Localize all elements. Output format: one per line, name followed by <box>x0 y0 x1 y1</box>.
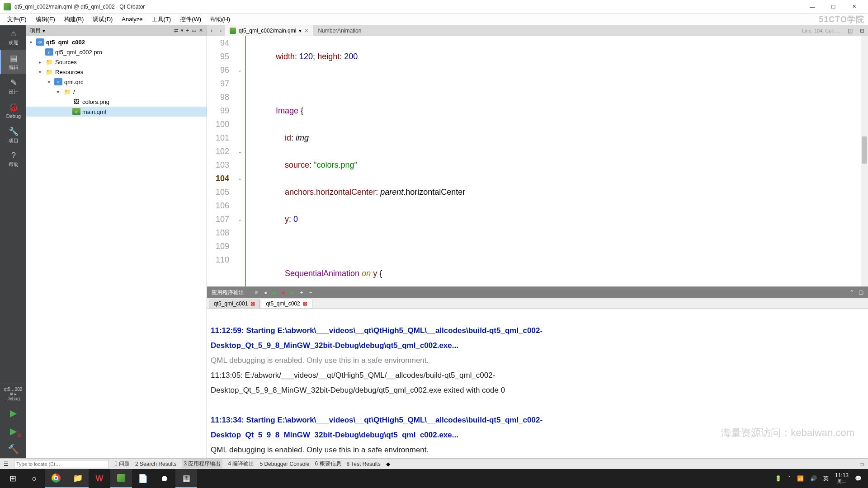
close-button[interactable]: ✕ <box>844 0 864 14</box>
collapse-icon[interactable]: ⌃ <box>849 289 854 296</box>
wps-button[interactable]: W <box>89 469 110 488</box>
rerun-icon[interactable]: ▶ <box>271 289 278 296</box>
maximize-button[interactable]: ▢ <box>823 0 844 14</box>
tree-qrc[interactable]: ▾qqml.qrc <box>26 77 207 87</box>
add-icon[interactable]: + <box>298 289 305 296</box>
tray-notifications-icon[interactable]: 💬 <box>855 475 862 482</box>
titlebar: qt5_qml_c002/main.qml @ qt5_qml_c002 - Q… <box>0 0 868 14</box>
mode-debug[interactable]: 🐞Debug <box>0 99 26 123</box>
attach-icon[interactable]: ▶ <box>289 289 296 296</box>
mode-design[interactable]: ✎设计 <box>0 74 26 99</box>
filter-icon[interactable]: ▾ <box>181 28 184 33</box>
panel-debugger[interactable]: 5 Debugger Console <box>259 461 309 467</box>
output-tabs: qt5_qml_c001⊠ qt5_qml_c002⊠ <box>207 298 868 309</box>
mode-welcome[interactable]: ⌂欢迎 <box>0 25 26 50</box>
tree-colors-png[interactable]: colors.png <box>26 97 207 107</box>
code-content[interactable]: width: 120; height: 200 Image { id: img … <box>246 36 868 286</box>
split-icon[interactable]: ▭ <box>192 28 196 33</box>
menu-analyze[interactable]: Analyze <box>117 14 147 24</box>
kit-selector[interactable]: qt5…002 🖥 ▸ Debug <box>0 384 26 404</box>
menu-widgets[interactable]: 控件(W) <box>175 14 206 25</box>
remove-icon[interactable]: − <box>307 289 314 296</box>
project-tree[interactable]: ▾Qtqt5_qml_c002 pqt5_qml_c002.pro ▸Sourc… <box>26 36 207 458</box>
panel-issues[interactable]: 1 问题 <box>114 460 130 468</box>
split-v-icon[interactable]: ⊟ <box>856 28 868 34</box>
panel-compile[interactable]: 4 编译输出 <box>228 460 254 468</box>
close-output-icon[interactable]: ▢ <box>859 289 863 296</box>
tree-pro-file[interactable]: pqt5_qml_c002.pro <box>26 47 207 57</box>
qtcreator-button[interactable] <box>110 469 132 488</box>
split-h-icon[interactable]: ◫ <box>844 28 856 34</box>
tree-resources[interactable]: ▾Resources <box>26 67 207 77</box>
code-editor[interactable]: 94 95 96 97 98 99 100 101 102 103 104 10… <box>207 36 868 286</box>
symbol-crumb[interactable]: NumberAnimation <box>313 28 366 34</box>
edit-icon: ▤ <box>10 53 18 63</box>
tree-project-root[interactable]: ▾Qtqt5_qml_c002 <box>26 37 207 47</box>
tab-close-icon[interactable]: ✕ <box>304 28 309 34</box>
notepad-button[interactable]: 📄 <box>132 469 154 488</box>
start-button[interactable]: ⊞ <box>2 469 24 488</box>
output-tab-2[interactable]: qt5_qml_c002⊠ <box>261 299 312 308</box>
menu-edit[interactable]: 编辑(E) <box>31 14 60 25</box>
open-file-tab[interactable]: qt5_qml_c002/main.qml ▾ ✕ <box>225 25 313 36</box>
panel-tests[interactable]: 8 Test Results <box>347 461 381 467</box>
tray-battery-icon[interactable]: 🔋 <box>775 475 782 482</box>
run-debug-button[interactable]: ▶🐞 <box>0 422 26 440</box>
output-header: 应用程序输出 ⎚ ◂ ▶ ■ ▶ + − ⌃ ▢ <box>207 287 868 298</box>
project-header: 项目 ▾ ⇄ ▾ + ▭ ✕ <box>26 25 207 36</box>
panel-app-output[interactable]: 3 应用程序输出 <box>182 459 222 469</box>
filter-icon[interactable]: ⎚ <box>253 289 259 296</box>
stop-icon[interactable]: ■ <box>280 289 287 296</box>
run-button[interactable]: ▶ <box>0 404 26 422</box>
wrench-icon: 🔧 <box>9 127 19 136</box>
locator-icon[interactable]: ☰ <box>4 461 9 467</box>
menu-build[interactable]: 构建(B) <box>60 14 88 25</box>
editor-scrollbar[interactable] <box>861 36 868 286</box>
mode-edit[interactable]: ▤编辑 <box>0 50 26 74</box>
mode-projects[interactable]: 🔧项目 <box>0 123 26 147</box>
tab-close-icon[interactable]: ⊠ <box>303 300 307 307</box>
nav-fwd-icon[interactable]: › <box>216 28 225 34</box>
dropdown-icon[interactable]: ▾ <box>299 28 302 34</box>
tree-sources[interactable]: ▸Sources <box>26 57 207 67</box>
cortana-button[interactable]: ○ <box>24 469 45 488</box>
nav-back-icon[interactable]: ‹ <box>207 28 216 34</box>
minimize-button[interactable]: — <box>802 0 823 14</box>
menu-help[interactable]: 帮助(H) <box>206 14 235 25</box>
close-pane-icon[interactable]: ✕ <box>199 28 203 33</box>
menu-file[interactable]: 文件(F) <box>3 14 31 25</box>
dropdown-icon[interactable]: ▾ <box>42 28 45 34</box>
tray-clock[interactable]: 11:13 周二 <box>835 472 849 485</box>
locator-input[interactable] <box>14 460 109 468</box>
sync-icon[interactable]: ⇄ <box>174 28 178 33</box>
obs-button[interactable]: ⏺ <box>154 469 175 488</box>
add-icon[interactable]: + <box>186 28 189 33</box>
menu-tools[interactable]: 工具(T) <box>147 14 176 25</box>
tree-main-qml[interactable]: qmain.qml <box>26 107 207 117</box>
cursor-info: Line: 104, Col: … <box>798 28 844 33</box>
tray-volume-icon[interactable]: 🔊 <box>810 475 817 482</box>
chrome-button[interactable] <box>45 469 67 488</box>
menubar: 文件(F) 编辑(E) 构建(B) 调试(D) Analyze 工具(T) 控件… <box>0 14 868 25</box>
tab-close-icon[interactable]: ⊠ <box>250 300 255 307</box>
app-window-button[interactable]: ▦ <box>175 469 197 488</box>
home-icon: ⌂ <box>11 29 16 38</box>
explorer-button[interactable]: 📁 <box>67 469 89 488</box>
prev-icon[interactable]: ◂ <box>262 289 269 296</box>
more-icon[interactable]: ◆ <box>386 461 390 467</box>
build-button[interactable]: 🔨 <box>0 440 26 458</box>
mode-help[interactable]: ?帮助 <box>0 147 26 172</box>
output-tab-1[interactable]: qt5_qml_c001⊠ <box>209 299 260 308</box>
tray-up-icon[interactable]: ˄ <box>788 475 791 482</box>
menu-debug[interactable]: 调试(D) <box>88 14 117 25</box>
tray-ime[interactable]: 英 <box>823 475 829 483</box>
output-console[interactable]: 11:12:59: Starting E:\abwork\___videos\_… <box>207 309 868 458</box>
panel-general[interactable]: 6 概要信息 <box>315 460 341 468</box>
tray-wifi-icon[interactable]: 📶 <box>797 475 804 482</box>
fold-column[interactable]: ⌄⌄⌄⌄ <box>234 36 246 286</box>
progress-icon[interactable]: ▭ <box>859 461 864 467</box>
panel-search[interactable]: 2 Search Results <box>135 461 176 467</box>
editor-tabs: ‹ › qt5_qml_c002/main.qml ▾ ✕ NumberAnim… <box>207 25 868 36</box>
tree-slash[interactable]: ▾/ <box>26 87 207 97</box>
project-pane: 项目 ▾ ⇄ ▾ + ▭ ✕ ▾Qtqt5_qml_c002 pqt5_qml_… <box>26 25 207 458</box>
